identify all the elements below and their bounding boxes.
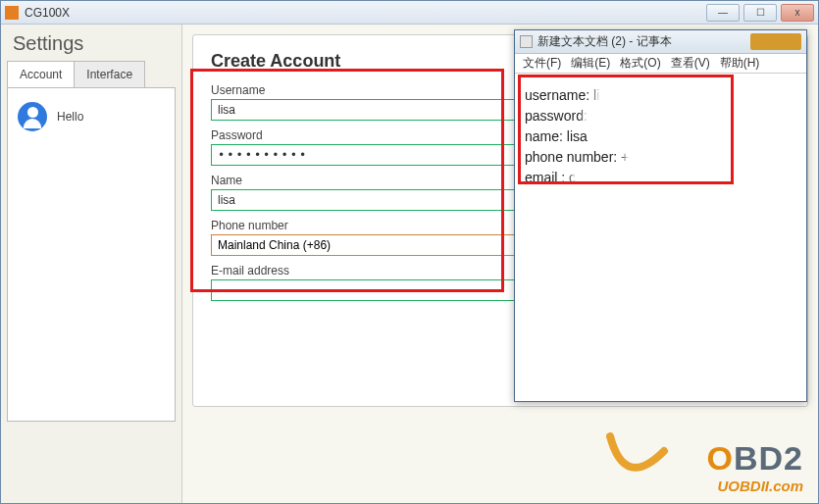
np-line-5: email : c [525, 168, 796, 188]
window-buttons: — ☐ x [702, 4, 814, 22]
menu-format[interactable]: 格式(O) [616, 55, 664, 72]
minimize-button[interactable]: — [706, 4, 740, 22]
settings-tabs: Account Interface [7, 61, 176, 88]
menu-edit[interactable]: 编辑(E) [567, 55, 614, 72]
tab-interface[interactable]: Interface [74, 61, 145, 87]
user-row[interactable]: Hello [18, 102, 165, 131]
close-button[interactable]: x [781, 4, 814, 22]
np-line-2: password: [525, 106, 796, 126]
menu-file[interactable]: 文件(F) [519, 55, 565, 72]
settings-title: Settings [7, 32, 176, 55]
notepad-header-button[interactable] [750, 33, 801, 50]
user-greeting: Hello [57, 110, 83, 124]
avatar-icon [18, 102, 47, 131]
menu-help[interactable]: 帮助(H) [716, 55, 764, 72]
menu-view[interactable]: 查看(V) [667, 55, 714, 72]
settings-pane: Settings Account Interface Hello [1, 25, 182, 503]
tab-panel-account: Hello [7, 88, 176, 422]
tab-account[interactable]: Account [7, 61, 75, 87]
notepad-icon [520, 35, 533, 48]
app-title: CG100X [25, 6, 702, 20]
app-titlebar[interactable]: CG100X — ☐ x [1, 1, 818, 25]
notepad-menu: 文件(F) 编辑(E) 格式(O) 查看(V) 帮助(H) [515, 54, 806, 74]
notepad-title: 新建文本文档 (2) - 记事本 [537, 33, 746, 50]
notepad-body[interactable]: username: li password: name: lisa phone … [515, 74, 806, 200]
watermark-swoosh-icon [605, 431, 674, 484]
np-line-3: name: lisa [525, 126, 796, 147]
phone-country-value: Mainland China (+86) [218, 238, 331, 252]
np-line-1: username: li [525, 85, 796, 106]
maximize-button[interactable]: ☐ [743, 4, 777, 22]
notepad-titlebar[interactable]: 新建文本文档 (2) - 记事本 [515, 30, 806, 54]
np-line-4: phone number: + [525, 147, 796, 168]
app-icon [5, 6, 19, 20]
notepad-window[interactable]: 新建文本文档 (2) - 记事本 文件(F) 编辑(E) 格式(O) 查看(V)… [514, 29, 807, 402]
